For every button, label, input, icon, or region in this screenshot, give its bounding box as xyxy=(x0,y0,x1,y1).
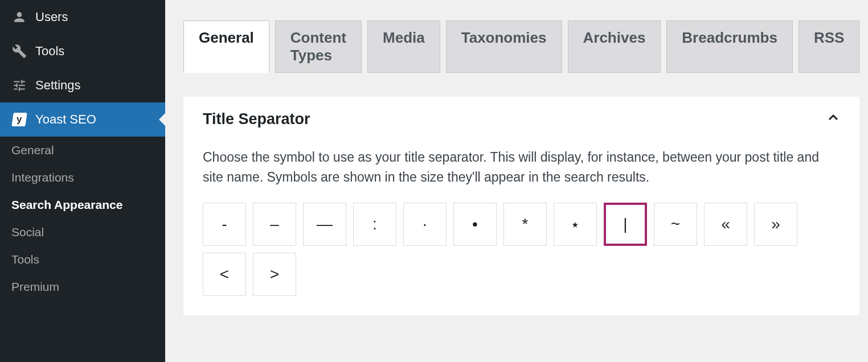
tab-content-types[interactable]: Content Types xyxy=(275,20,362,73)
sidebar-item-label: Tools xyxy=(35,44,64,59)
sidebar-subitem-social[interactable]: Social xyxy=(0,219,165,246)
sidebar-item-yoast-seo[interactable]: y Yoast SEO xyxy=(0,102,165,137)
separator-option-tilde[interactable]: ~ xyxy=(654,203,697,246)
settings-icon xyxy=(11,77,27,93)
tab-taxonomies[interactable]: Taxonomies xyxy=(446,20,562,73)
sidebar-item-settings[interactable]: Settings xyxy=(0,68,165,102)
admin-sidebar: Users Tools Settings y Yoast SEO General… xyxy=(0,0,165,362)
sidebar-subitem-search-appearance[interactable]: Search Appearance xyxy=(0,191,165,219)
separator-option-lt[interactable]: < xyxy=(203,253,246,296)
title-separator-panel: Title Separator Choose the symbol to use… xyxy=(183,97,859,315)
sidebar-submenu: General Integrations Search Appearance S… xyxy=(0,137,165,301)
sidebar-subitem-tools[interactable]: Tools xyxy=(0,246,165,273)
settings-tabs: General Content Types Media Taxonomies A… xyxy=(183,20,859,73)
separator-option-mdash[interactable]: — xyxy=(303,203,346,246)
tab-media[interactable]: Media xyxy=(367,20,440,73)
separator-option-bullet[interactable]: • xyxy=(453,203,497,246)
separator-option-dash[interactable]: - xyxy=(203,203,246,246)
sidebar-item-users[interactable]: Users xyxy=(0,0,165,34)
tab-breadcrumbs[interactable]: Breadcrumbs xyxy=(666,20,793,73)
separator-option-laquo[interactable]: « xyxy=(704,203,747,246)
sidebar-subitem-general[interactable]: General xyxy=(0,137,165,164)
sidebar-item-label: Users xyxy=(35,10,68,24)
separator-option-ndash[interactable]: – xyxy=(253,203,296,246)
separator-option-middot[interactable]: · xyxy=(403,203,447,246)
separator-option-colon[interactable]: : xyxy=(353,203,396,246)
separator-options: -–—:·•*⋆|~«»<> xyxy=(203,203,840,296)
sidebar-item-label: Yoast SEO xyxy=(35,112,96,127)
yoast-icon: y xyxy=(11,112,27,127)
users-icon xyxy=(11,9,27,25)
separator-option-pipe[interactable]: | xyxy=(604,203,647,246)
sidebar-item-label: Settings xyxy=(35,78,81,93)
separator-option-star[interactable]: ⋆ xyxy=(554,203,597,246)
chevron-up-icon xyxy=(826,111,840,128)
separator-option-raquo[interactable]: » xyxy=(754,203,797,246)
separator-option-asterisk[interactable]: * xyxy=(503,203,547,246)
tab-general[interactable]: General xyxy=(183,20,269,73)
tools-icon xyxy=(11,43,27,59)
tab-rss[interactable]: RSS xyxy=(799,20,859,73)
panel-description: Choose the symbol to use as your title s… xyxy=(203,147,840,187)
panel-title: Title Separator xyxy=(203,110,310,128)
sidebar-subitem-premium[interactable]: Premium xyxy=(0,273,165,301)
panel-header[interactable]: Title Separator xyxy=(203,110,840,131)
sidebar-subitem-integrations[interactable]: Integrations xyxy=(0,164,165,191)
separator-option-gt[interactable]: > xyxy=(253,253,296,296)
tab-archives[interactable]: Archives xyxy=(568,20,661,73)
sidebar-item-tools[interactable]: Tools xyxy=(0,34,165,68)
main-content: General Content Types Media Taxonomies A… xyxy=(165,0,868,362)
